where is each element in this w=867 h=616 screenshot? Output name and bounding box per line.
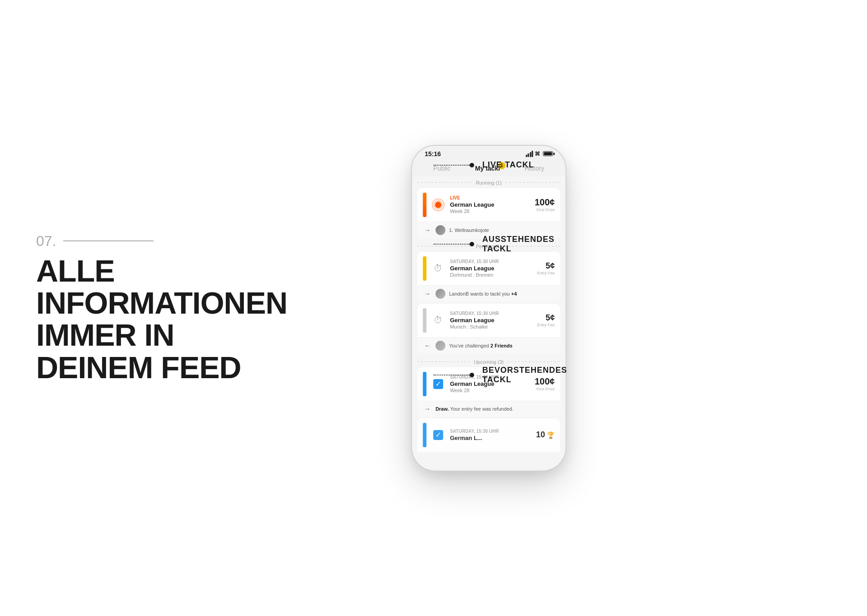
pending-card-2-footer: ← You've challenged 2 Friends xyxy=(417,337,560,354)
check-icon-2: ✓ xyxy=(433,430,443,440)
footer-rank-text: 1. Weltraumkojote xyxy=(449,227,489,233)
live-card: Live German League Week 28 100¢ First Pr… xyxy=(417,188,560,238)
feed: Running (1) xyxy=(412,176,565,452)
upcoming-accent-1 xyxy=(423,372,426,396)
pending-detail-1: Dortmund : Bremen xyxy=(450,272,532,278)
section-line-right xyxy=(505,182,560,183)
arrow-right-icon: → xyxy=(423,226,432,235)
arrow-right-icon-3: → xyxy=(423,404,432,413)
upcoming-accent-2 xyxy=(423,423,426,447)
arrow-left-icon: ← xyxy=(423,341,432,350)
trophy-icon: 🏆 xyxy=(547,431,555,439)
pending-card-2: ⏱ Saturday, 15:30 Uhr German League Muni… xyxy=(417,304,560,354)
signal-bars-icon xyxy=(526,151,533,157)
pending-detail-2: Munich : Schalke xyxy=(450,324,532,329)
section-running: Running (1) xyxy=(417,176,560,188)
section-label-upcoming: Upcoming (3) xyxy=(474,359,503,365)
annotation-line-auss xyxy=(434,244,470,245)
pending-prize-amount-1: 5¢ xyxy=(545,261,555,270)
upcoming-card-1-footer: → Draw. Your entry fee was refunded. xyxy=(417,401,560,417)
annotation-dot-live xyxy=(470,163,474,167)
phone: 15:16 ⌘ Public xyxy=(412,146,565,471)
footer-text-draw: Draw. Your entry fee was refunded. xyxy=(435,406,513,412)
avatar-challenged xyxy=(435,341,445,351)
pending-prize-1: 5¢ Entry Fee xyxy=(537,261,555,275)
live-league: German League xyxy=(450,201,530,208)
annotation-text-live: LIVE TACKL xyxy=(482,160,534,170)
avatar-weltraum xyxy=(435,225,445,235)
pending-prize-label-2: Entry Fee xyxy=(537,323,555,327)
pending-icon-1: ⏱ xyxy=(431,261,445,276)
pending-accent-1 xyxy=(423,256,426,281)
annotation-dot-auss xyxy=(470,242,474,246)
live-prize-label: First Prize xyxy=(535,208,555,212)
battery-icon xyxy=(543,151,553,156)
pending-league-1: German League xyxy=(450,265,532,272)
main-title: ALLE INFORMATIONEN IMMER IN DEINEM FEED xyxy=(36,255,253,384)
upcoming-icon-2: ✓ xyxy=(431,428,445,442)
annotation-line-live xyxy=(434,165,470,166)
footer-text-landon: LandonB wants to tackl you +4 xyxy=(449,291,517,296)
battery-fill xyxy=(544,152,552,155)
pending-card-1-footer: → LandonB wants to tackl you +4 xyxy=(417,285,560,302)
footer-text-challenged: You've challenged 2 Friends xyxy=(449,343,513,348)
live-status: Live xyxy=(450,195,530,200)
annotation-text-auss: AUSSTEHENDES TACKL xyxy=(482,235,555,254)
upcoming-prize-amount-2: 10 xyxy=(536,430,545,439)
step-line xyxy=(63,241,154,241)
section-line-left-upcoming xyxy=(417,361,470,362)
upcoming-detail-1: Week 28 xyxy=(450,388,530,393)
upcoming-card-2-partial-main: ✓ Saturday, 15:30 Uhr German L... 10 🏆 xyxy=(417,418,560,452)
avatar-img-2 xyxy=(435,289,445,299)
upcoming-card-2-partial: ✓ Saturday, 15:30 Uhr German L... 10 🏆 xyxy=(417,418,560,452)
clock-icon-2: ⏱ xyxy=(434,315,443,325)
pending-league-2: German League xyxy=(450,317,532,324)
section-line-right-upcoming xyxy=(507,361,560,362)
app-content: Public My tackl 1 History Running (1) xyxy=(412,159,565,469)
status-icons: ⌘ xyxy=(526,151,553,157)
annotation-ausstehendes: AUSSTEHENDES TACKL xyxy=(434,235,555,254)
pending-prize-2: 5¢ Entry Fee xyxy=(537,313,555,327)
pending-accent-2 xyxy=(423,308,426,333)
status-time: 15:16 xyxy=(424,150,441,157)
wifi-icon: ⌘ xyxy=(535,151,540,157)
pending-card-2-main: ⏱ Saturday, 15:30 Uhr German League Muni… xyxy=(417,304,560,337)
phone-wrapper: 15:16 ⌘ Public xyxy=(412,146,565,471)
pending-card-1-info: Saturday, 15:30 Uhr German League Dortmu… xyxy=(450,259,532,278)
bar2 xyxy=(527,153,529,157)
live-prize-amount: 100¢ xyxy=(535,197,555,207)
upcoming-status-2: Saturday, 15:30 Uhr xyxy=(450,429,531,434)
section-line-left xyxy=(417,182,472,183)
arrow-right-icon-2: → xyxy=(423,289,432,298)
section-label-running: Running (1) xyxy=(476,180,502,185)
pending-card-1-main: ⏱ Saturday, 15:30 Uhr German League Dort… xyxy=(417,252,560,285)
pending-card-2-info: Saturday, 15:30 Uhr German League Munich… xyxy=(450,311,532,329)
pending-card-1: ⏱ Saturday, 15:30 Uhr German League Dort… xyxy=(417,252,560,302)
step-num-text: 07. xyxy=(36,232,56,249)
upcoming-league-2: German L... xyxy=(450,435,531,441)
phone-notch xyxy=(461,146,516,158)
annotation-live: LIVE TACKL xyxy=(434,160,534,170)
pending-icon-2: ⏱ xyxy=(431,313,445,328)
live-card-main: Live German League Week 28 100¢ First Pr… xyxy=(417,188,560,222)
bev-line1: BEVORSTEHENDES xyxy=(482,366,567,375)
live-card-info: Live German League Week 28 xyxy=(450,195,530,214)
bar4 xyxy=(531,151,533,157)
annotation-dot-bev xyxy=(470,373,474,377)
bar3 xyxy=(530,152,531,157)
clock-icon-1: ⏱ xyxy=(434,263,443,273)
annotation-text-bev: BEVORSTEHENDES TACKL xyxy=(482,366,567,384)
annotation-bevorstehendes: BEVORSTEHENDES TACKL xyxy=(434,366,567,384)
live-broadcast-icon xyxy=(431,196,445,213)
upcoming-prize-label-1: First Prize xyxy=(535,387,555,391)
annotation-line-bev xyxy=(434,375,470,375)
live-icon xyxy=(431,198,445,212)
avatar-img xyxy=(435,225,445,235)
live-detail: Week 28 xyxy=(450,208,530,214)
pending-status-1: Saturday, 15:30 Uhr xyxy=(450,259,532,264)
live-accent xyxy=(423,193,426,217)
pending-status-2: Saturday, 15:30 Uhr xyxy=(450,311,532,316)
bev-line2: TACKL xyxy=(482,375,567,384)
avatar-img-3 xyxy=(435,341,445,351)
step-number: 07. xyxy=(36,232,253,249)
